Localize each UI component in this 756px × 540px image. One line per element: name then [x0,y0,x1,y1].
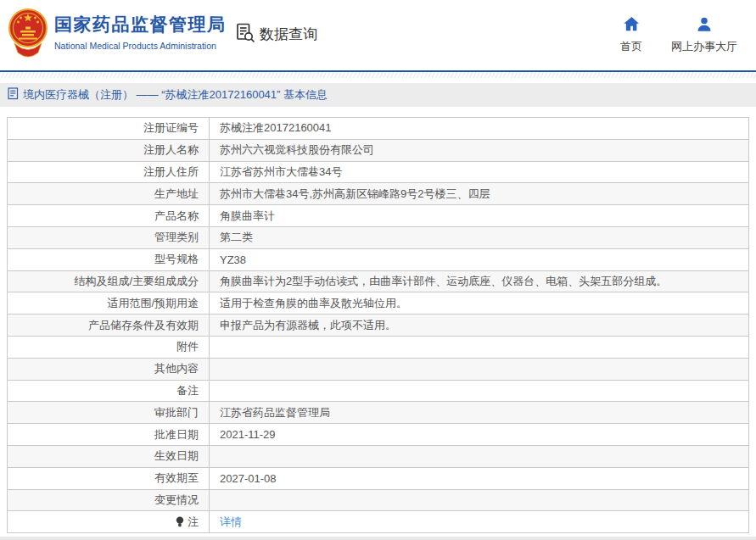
decorative-hatch-strip [0,72,756,78]
row-value [210,446,748,467]
row-label: 其他内容 [8,359,210,380]
row-label-text: 生效日期 [154,448,199,464]
table-row: 产品储存条件及有效期申报产品为有源器械，此项不适用。 [8,315,748,337]
nav-online-hall[interactable]: 网上办事大厅 [671,17,737,54]
table-row: 生效日期 [8,446,748,468]
table-row: 有效期至2027-01-08 [8,468,748,490]
national-emblem-logo [8,5,48,59]
row-value [210,490,748,511]
row-label-text: 有效期至 [154,470,199,486]
site-header: 国家药品监督管理局 National Medical Products Admi… [0,0,756,72]
row-label-text: 注册人住所 [143,164,199,180]
table-row: 注详情 [8,511,748,533]
row-value: 江苏省药品监督管理局 [210,402,748,423]
nav-online-hall-label: 网上办事大厅 [671,39,737,54]
row-label-text: 批准日期 [154,427,199,443]
row-label: 有效期至 [8,468,210,489]
table-row: 型号规格YZ38 [8,249,748,271]
nav-home-label: 首页 [620,39,642,54]
row-value: 2021-11-29 [210,424,748,445]
table-row: 生产地址苏州市大儒巷34号,苏州高新区锦峰路9号2号楼三、四层 [8,183,748,205]
nav-home[interactable]: 首页 [620,17,642,54]
row-value: YZ38 [210,249,748,270]
row-label-text: 产品储存条件及有效期 [88,318,199,333]
row-value [210,381,748,402]
row-label-text: 管理类别 [154,230,199,245]
home-icon [624,17,640,35]
row-value: 角膜曲率计为2型手动估读式，由曲率计部件、运动底座、仪器台、电箱、头架五部分组成… [210,271,748,292]
row-value [210,337,748,358]
row-value: 适用于检查角膜的曲率及散光轴位用。 [210,292,748,314]
row-label: 生效日期 [8,446,210,467]
table-row: 附件 [8,337,748,359]
row-label-text: 审批部门 [154,405,199,420]
detail-link[interactable]: 详情 [220,515,242,530]
document-search-icon [235,22,256,47]
row-value [210,359,748,380]
row-label-text: 注 [188,515,199,530]
page-icon [8,87,19,103]
table-row: 批准日期2021-11-29 [8,424,748,446]
table-row: 备注 [8,381,748,403]
user-icon [697,17,712,35]
bulb-icon [176,516,184,527]
row-value: 苏州市大儒巷34号,苏州高新区锦峰路9号2号楼三、四层 [210,183,748,204]
row-label-text: 变更情况 [154,493,199,508]
row-label-text: 生产地址 [154,186,199,202]
row-label: 注册人住所 [8,162,210,183]
table-row: 注册人名称苏州六六视觉科技股份有限公司 [8,140,748,162]
row-label-text: 结构及组成/主要组成成分 [74,274,199,289]
data-query-nav[interactable]: 数据查询 [235,22,317,47]
row-label-text: 附件 [176,339,199,354]
table-row: 注册证编号苏械注准20172160041 [8,118,748,140]
row-value: 苏州六六视觉科技股份有限公司 [210,140,748,161]
row-label: 型号规格 [8,249,210,270]
footer-strip [0,537,756,540]
row-label-text: 产品名称 [154,209,199,224]
row-label: 注册证编号 [8,118,210,139]
row-label: 注册人名称 [8,140,210,161]
breadcrumb-text: 境内医疗器械（注册） —— “苏械注准20172160041” 基本信息 [23,87,328,103]
table-row: 其他内容 [8,359,748,381]
row-label: 备注 [8,381,210,402]
row-value: 江苏省苏州市大儒巷34号 [210,162,748,183]
row-label: 产品名称 [8,205,210,226]
row-label-text: 备注 [176,383,199,398]
table-row: 变更情况 [8,490,748,512]
row-value: 详情 [210,511,748,532]
row-label: 注 [8,511,210,532]
row-label-text: 注册证编号 [143,120,199,136]
row-label: 审批部门 [8,402,210,423]
row-label: 生产地址 [8,183,210,204]
row-value: 角膜曲率计 [210,205,748,226]
row-label: 产品储存条件及有效期 [8,315,210,336]
table-row: 适用范围/预期用途适用于检查角膜的曲率及散光轴位用。 [8,292,748,315]
row-value: 申报产品为有源器械，此项不适用。 [210,315,748,336]
breadcrumb: 境内医疗器械（注册） —— “苏械注准20172160041” 基本信息 [0,83,756,107]
table-row: 结构及组成/主要组成成分角膜曲率计为2型手动估读式，由曲率计部件、运动底座、仪器… [8,271,748,293]
row-label: 批准日期 [8,424,210,445]
row-label: 结构及组成/主要组成成分 [8,271,210,292]
row-label: 管理类别 [8,227,210,248]
row-value: 第二类 [210,227,748,248]
brand: 国家药品监督管理局 National Medical Products Admi… [54,13,227,51]
table-row: 管理类别第二类 [8,227,748,249]
site-subtitle: National Medical Products Administration [54,41,227,51]
data-query-label: 数据查询 [260,25,317,44]
row-label-text: 适用范围/预期用途 [107,296,199,311]
row-label-text: 型号规格 [154,252,199,267]
table-row: 注册人住所江苏省苏州市大儒巷34号 [8,162,748,184]
table-row: 审批部门江苏省药品监督管理局 [8,402,748,424]
row-label-text: 注册人名称 [143,142,199,158]
row-label: 变更情况 [8,490,210,511]
row-label: 适用范围/预期用途 [8,292,210,314]
row-label: 附件 [8,337,210,358]
info-table: 注册证编号苏械注准20172160041注册人名称苏州六六视觉科技股份有限公司注… [7,117,749,533]
site-title: 国家药品监督管理局 [54,13,227,36]
row-label-text: 其他内容 [154,361,199,376]
row-value: 苏械注准20172160041 [210,118,748,139]
row-value: 2027-01-08 [210,468,748,489]
table-row: 产品名称角膜曲率计 [8,205,748,227]
top-nav: 首页 网上办事大厅 [620,17,737,54]
